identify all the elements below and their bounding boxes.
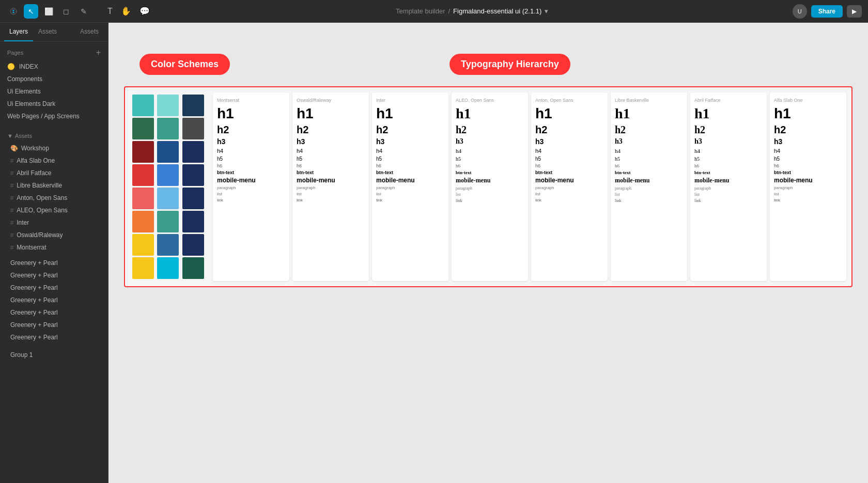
typo-inter-h2: h2 [376,124,444,135]
typo-anton-name: Anton, Open Sans [535,98,603,103]
typo-panel-abril: Abril Fatface h1 h2 h3 h4 h5 h6 btn-text… [690,92,767,281]
group-1-label: Group 1 [10,351,33,359]
greenery-3[interactable]: Greenery + Pearl [0,282,108,294]
canvas[interactable]: Color Schemes Typography Hierarchy [109,23,868,483]
breadcrumb-separator: / [448,7,450,15]
typo-anton-list: list [535,192,603,196]
typo-alfa-h3: h3 [774,137,842,146]
color-schemes-label: Color Schemes [140,54,230,75]
swatch-20 [157,234,179,256]
tab-layers[interactable]: Layers [4,23,33,41]
component-abril[interactable]: # Abril Fatface [0,167,108,179]
greenery-4[interactable]: Greenery + Pearl [0,294,108,306]
share-button[interactable]: Share [811,5,843,18]
user-avatar[interactable]: U [793,4,807,19]
typo-libre-name: Libre Baskerville [615,98,683,103]
toolbar-right: U Share ▶ [793,4,862,19]
typo-abril-h6: h6 [694,163,763,168]
figma-logo-icon[interactable] [6,4,21,19]
typo-inter-btn: btn-text [376,170,444,175]
typo-panel-montserrat: Montserrat h1 h2 h3 h4 h5 h6 btn-text mo… [213,92,289,281]
breadcrumb-parent: Template builder [396,7,445,15]
typo-oswald-h3: h3 [297,137,365,146]
greenery-1[interactable]: Greenery + Pearl [0,257,108,269]
greenery-5[interactable]: Greenery + Pearl [0,306,108,319]
component-oswald[interactable]: # Oswald/Raleway [0,229,108,241]
typo-oswald-h2: h2 [297,124,365,135]
greenery-2[interactable]: Greenery + Pearl [0,269,108,282]
page-ui-elements-dark[interactable]: Ui Elements Dark [0,98,108,110]
swatch-1 [132,95,154,116]
swatch-2 [157,95,179,116]
swatch-14 [157,188,179,209]
typo-inter-h6: h6 [376,163,444,168]
typo-abril-h5: h5 [694,156,763,162]
assets-title: Assets [15,133,32,139]
swatch-24 [182,257,204,279]
workshop-label: Workshop [21,145,49,152]
page-index[interactable]: 🟡 INDEX [0,60,108,73]
page-components[interactable]: Components [0,73,108,85]
typo-abril-h4: h4 [694,148,763,154]
text-tool-icon[interactable]: T [105,5,115,18]
typo-libre-h5: h5 [615,156,683,162]
typo-abril-h1: h1 [694,106,763,122]
typo-libre-list: list [615,192,683,197]
component-aleo[interactable]: # ALEO, Open Sans [0,204,108,216]
swatch-13 [132,188,154,209]
hand-tool-icon[interactable]: ✋ [119,4,133,18]
typo-montserrat-list: list [217,192,285,196]
group-1-item[interactable]: Group 1 [0,349,108,361]
typo-oswald-h6: h6 [297,163,365,168]
pen-icon[interactable]: ✎ [76,4,91,19]
component-montserrat[interactable]: # Montserrat [0,241,108,254]
typo-anton-h3: h3 [535,137,603,146]
page-index-emoji: 🟡 [7,63,15,70]
tab-assets-1[interactable]: Assets [33,23,62,41]
present-button[interactable]: ▶ [847,5,862,18]
page-components-label: Components [7,75,42,83]
typo-anton-h6: h6 [535,163,603,168]
typo-panel-oswald: Oswald/Raleway h1 h2 h3 h4 h5 h6 btn-tex… [292,92,369,281]
typo-alfa-link: link [774,198,842,202]
component-anton[interactable]: # Anton, Open Sans [0,192,108,204]
typo-abril-para: paragraph [694,186,763,191]
frame-icon[interactable]: ⬜ [41,4,56,19]
greenery-6[interactable]: Greenery + Pearl [0,319,108,331]
greenery-7[interactable]: Greenery + Pearl [0,331,108,344]
tab-assets-2[interactable]: Assets [75,23,104,41]
project-title: Figmaland-essential ui (2.1.1) [453,7,541,15]
swatch-8 [157,141,179,163]
page-ui-elements[interactable]: Ui Elements [0,85,108,98]
typo-alfa-h1: h1 [774,106,842,122]
project-dropdown-icon[interactable]: ▾ [545,7,548,15]
cursor-icon[interactable]: ↖ [24,4,38,19]
typo-abril-h2: h2 [694,124,763,135]
swatch-23 [157,257,179,279]
typo-panel-inter: Inter h1 h2 h3 h4 h5 h6 btn-text mobile-… [372,92,448,281]
toolbar-left: ↖ ⬜ ◻ ✎ [6,4,91,19]
chevron-assets-icon: ▼ [7,133,13,139]
typo-anton-h5: h5 [535,156,603,162]
component-libre[interactable]: # Libre Baskerville [0,179,108,192]
typo-libre-btn: btn-text [615,170,683,175]
component-alfa-slab[interactable]: # Alfa Slab One [0,154,108,167]
typo-alfa-btn: btn-text [774,170,842,175]
typo-montserrat-h4: h4 [217,148,285,154]
swatch-6 [182,118,204,139]
typo-montserrat-para: paragraph [217,185,285,190]
typo-montserrat-btn: btn-text [217,170,285,175]
component-inter[interactable]: # Inter [0,216,108,229]
add-page-button[interactable]: + [96,48,101,57]
typo-montserrat-h1: h1 [217,106,285,122]
page-web-pages[interactable]: Web Pages / App Screens [0,110,108,122]
typo-inter-name: Inter [376,98,444,103]
component-inter-label: Inter [17,219,29,226]
typo-abril-list: list [694,192,763,197]
workshop-item[interactable]: 🎨 Workshop [0,142,108,154]
typo-montserrat-h5: h5 [217,156,285,162]
shape-icon[interactable]: ◻ [59,4,73,19]
comment-tool-icon[interactable]: 💬 [137,4,152,18]
typo-inter-h5: h5 [376,156,444,162]
typo-inter-h1: h1 [376,106,444,122]
